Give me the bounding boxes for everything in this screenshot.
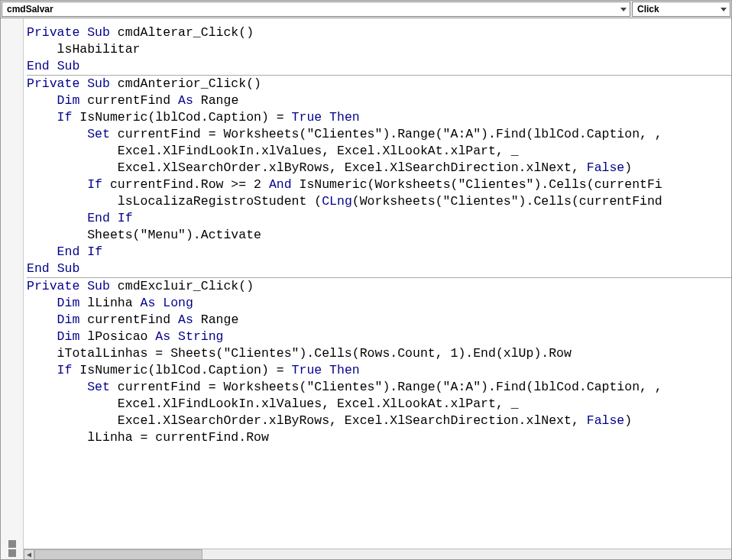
code-line[interactable]: lsHabilitar [27, 41, 731, 58]
code-wrapper: Private Sub cmdAlterar_Click() lsHabilit… [0, 18, 732, 560]
procedure-dropdown[interactable]: Click [632, 2, 730, 17]
procedure-dropdown-label: Click [637, 4, 659, 15]
code-line[interactable]: lLinha = currentFind.Row [27, 429, 731, 446]
code-line[interactable]: Sheets("Menu").Activate [27, 227, 731, 244]
code-line[interactable]: Private Sub cmdAlterar_Click() [27, 24, 731, 41]
object-dropdown[interactable]: cmdSalvar [2, 2, 630, 17]
code-line[interactable]: iTotalLinhas = Sheets("Clientes").Cells(… [27, 345, 731, 362]
chevron-down-icon [721, 8, 727, 11]
code-line[interactable]: Set currentFind = Worksheets("Clientes")… [27, 126, 731, 143]
code-line[interactable]: If currentFind.Row >= 2 And IsNumeric(Wo… [27, 176, 731, 193]
code-line[interactable]: If IsNumeric(lblCod.Caption) = True Then [27, 362, 731, 379]
code-line[interactable]: Private Sub cmdAnterior_Click() [27, 76, 731, 92]
code-line[interactable]: Excel.XlSearchOrder.xlByRows, Excel.XlSe… [27, 413, 731, 429]
code-line[interactable]: Excel.XlFindLookIn.xlValues, Excel.XlLoo… [27, 143, 731, 160]
chevron-down-icon [620, 8, 627, 11]
code-line[interactable]: Excel.XlFindLookIn.xlValues, Excel.XlLoo… [27, 396, 731, 413]
margin-indicator-bar [1, 18, 24, 559]
full-module-view-icon[interactable] [8, 540, 16, 548]
code-line[interactable]: lsLocalizaRegistroStudent (CLng(Workshee… [27, 193, 731, 210]
scroll-left-button[interactable]: ◀ [24, 549, 34, 560]
code-line[interactable]: Dim lLinha As Long [27, 295, 731, 312]
code-line[interactable]: Set currentFind = Worksheets("Clientes")… [27, 379, 731, 396]
code-line[interactable]: Excel.XlSearchOrder.xlByRows, Excel.XlSe… [27, 160, 731, 176]
dropdown-bar: cmdSalvar Click [0, 0, 732, 18]
code-line[interactable]: End Sub [27, 58, 731, 75]
code-line[interactable]: End If [27, 244, 731, 261]
code-line[interactable]: End If [27, 210, 731, 227]
scroll-track[interactable] [34, 549, 731, 560]
code-line[interactable]: Dim currentFind As Range [27, 92, 731, 109]
code-area: Private Sub cmdAlterar_Click() lsHabilit… [24, 18, 731, 559]
object-dropdown-label: cmdSalvar [7, 4, 53, 15]
code-editor[interactable]: Private Sub cmdAlterar_Click() lsHabilit… [24, 18, 731, 549]
code-line[interactable]: If IsNumeric(lblCod.Caption) = True Then [27, 109, 731, 126]
horizontal-scrollbar[interactable]: ◀ [24, 549, 731, 559]
code-line[interactable]: Dim lPosicao As String [27, 329, 731, 345]
code-line[interactable]: Dim currentFind As Range [27, 312, 731, 329]
code-line[interactable]: End Sub [27, 261, 731, 277]
scroll-thumb[interactable] [34, 549, 202, 560]
procedure-view-icon[interactable] [8, 549, 16, 557]
code-line[interactable]: Private Sub cmdExcluir_Click() [27, 278, 731, 295]
